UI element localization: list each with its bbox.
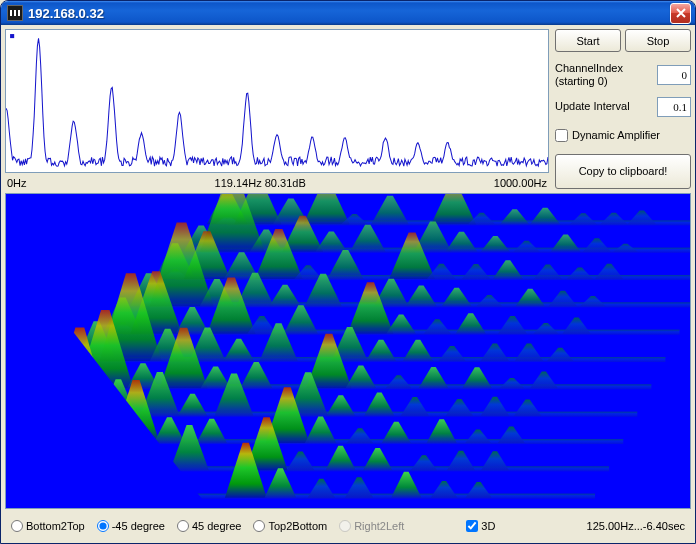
- spectrogram-3d-plot[interactable]: [5, 193, 691, 509]
- status-text: 125.00Hz...-6.40sec: [587, 520, 685, 532]
- view-neg45-radio[interactable]: -45 degree: [97, 520, 165, 532]
- close-button[interactable]: [670, 3, 691, 24]
- view-top2bottom-radio[interactable]: Top2Bottom: [253, 520, 327, 532]
- view-pos45-radio[interactable]: 45 degree: [177, 520, 242, 532]
- titlebar: 192.168.0.32: [1, 1, 695, 25]
- spectrum-right-label: 1000.00Hz: [494, 177, 547, 189]
- app-icon: [7, 5, 23, 21]
- spectrum-center-label: 119.14Hz 80.31dB: [215, 177, 306, 189]
- spectrum-2d-plot[interactable]: [5, 29, 549, 173]
- channel-index-label: ChannelIndex (starting 0): [555, 62, 645, 88]
- update-interval-input[interactable]: [657, 97, 691, 117]
- copy-clipboard-button[interactable]: Copy to clipboard!: [555, 154, 691, 190]
- view-3d-checkbox[interactable]: 3D: [466, 520, 495, 532]
- view-right2left-radio: Right2Left: [339, 520, 404, 532]
- dynamic-amplifier-checkbox[interactable]: [555, 129, 568, 142]
- dynamic-amplifier-label: Dynamic Amplifier: [572, 129, 660, 141]
- spectrum-left-label: 0Hz: [7, 177, 27, 189]
- start-button[interactable]: Start: [555, 29, 621, 52]
- stop-button[interactable]: Stop: [625, 29, 691, 52]
- channel-index-input[interactable]: [657, 65, 691, 85]
- update-interval-label: Update Interval: [555, 100, 630, 113]
- window-title: 192.168.0.32: [28, 6, 670, 21]
- close-icon: [676, 8, 686, 18]
- view-bottom2top-radio[interactable]: Bottom2Top: [11, 520, 85, 532]
- svg-rect-0: [10, 34, 14, 38]
